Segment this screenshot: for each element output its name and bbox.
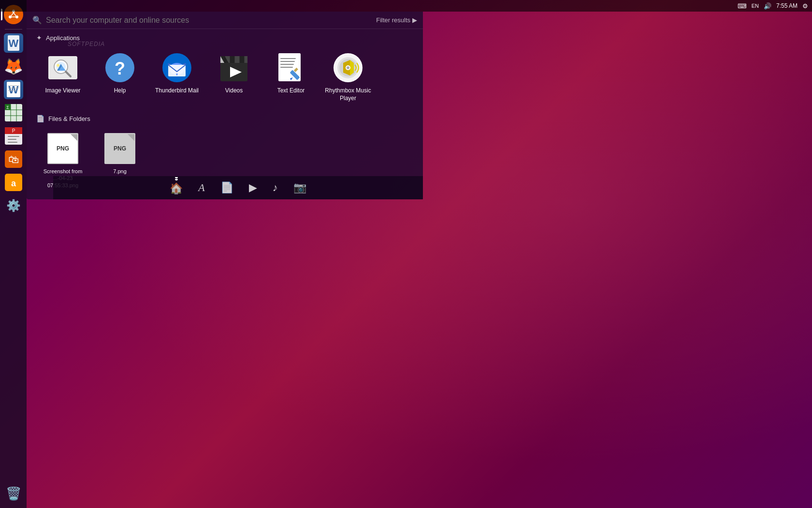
svg-text:W: W xyxy=(8,37,18,49)
bottom-bar-files[interactable]: 📄 xyxy=(220,181,233,194)
app-rhythmbox-label: Rhythmbox Music Player xyxy=(323,87,373,102)
launcher-item-trash[interactable]: 🗑️ xyxy=(3,483,24,504)
keyboard-icon[interactable]: ⌨ xyxy=(738,2,747,10)
launcher-item-system-settings[interactable]: ⚙️ xyxy=(3,195,24,216)
applications-grid: Image Viewer ? Help xyxy=(36,48,413,106)
music-icon: ♪ xyxy=(273,181,278,194)
app-thunderbird-icon xyxy=(161,52,192,83)
bottom-bar-photos[interactable]: 📷 xyxy=(293,181,306,194)
app-text-editor-icon xyxy=(276,52,306,83)
home-icon: 🏠 xyxy=(170,182,183,195)
svg-text:Σ: Σ xyxy=(6,105,9,110)
app-videos[interactable]: Videos xyxy=(207,48,261,106)
app-text-editor-label: Text Editor xyxy=(277,87,305,95)
photos-icon: 📷 xyxy=(293,181,306,194)
files-folders-section-label: Files & Folders xyxy=(48,115,90,122)
app-rhythmbox-icon xyxy=(333,52,363,83)
bottom-bar-apps[interactable]: A xyxy=(198,181,204,194)
applications-section-label: Applications xyxy=(46,34,80,42)
search-icon: 🔍 xyxy=(32,15,42,25)
launcher-sidebar: W 🦊 W xyxy=(0,0,27,508)
app-help-label: Help xyxy=(114,87,126,95)
apps-icon: A xyxy=(198,181,204,194)
bottom-bar-home[interactable]: 🏠 xyxy=(170,181,183,195)
svg-text:a: a xyxy=(11,179,16,188)
search-bar: 🔍 Filter results ▶ xyxy=(27,12,423,29)
app-videos-label: Videos xyxy=(225,87,243,95)
svg-point-40 xyxy=(57,64,59,67)
svg-rect-54 xyxy=(245,56,247,63)
svg-rect-53 xyxy=(240,56,244,63)
bottom-bar-video[interactable]: ▶ xyxy=(249,181,257,194)
launcher-item-firefox[interactable]: 🦊 xyxy=(3,56,24,77)
app-image-viewer[interactable]: Image Viewer xyxy=(36,48,89,106)
svg-rect-28 xyxy=(8,139,16,140)
bottom-bar-music[interactable]: ♪ xyxy=(273,181,278,194)
files-section-icon: 📄 xyxy=(36,115,44,122)
applications-section-icon: ✦ xyxy=(36,34,42,42)
launcher-item-calc[interactable]: Σ xyxy=(3,102,24,123)
file-7png-icon: PNG xyxy=(104,133,135,164)
time-display: 7:55 AM xyxy=(776,2,798,9)
filter-results-button[interactable]: Filter results ▶ xyxy=(376,16,417,24)
svg-text:P: P xyxy=(12,128,15,134)
app-help-icon: ? xyxy=(104,52,135,83)
svg-rect-58 xyxy=(280,58,296,59)
volume-icon[interactable]: 🔊 xyxy=(764,2,771,10)
settings-icon[interactable]: ⚙ xyxy=(802,2,808,10)
files-icon: 📄 xyxy=(220,181,233,194)
app-image-viewer-label: Image Viewer xyxy=(45,87,80,95)
applications-section: ✦ Applications xyxy=(27,29,423,113)
video-icon: ▶ xyxy=(249,181,257,194)
svg-rect-29 xyxy=(8,142,17,143)
filter-results-label: Filter results xyxy=(376,16,410,24)
dash-bottom-bar: 🏠 A 📄 ▶ ♪ 📷 xyxy=(53,176,423,199)
launcher-item-software-center[interactable]: 🛍 xyxy=(3,149,24,170)
launcher-item-impress[interactable]: P xyxy=(3,125,24,147)
applications-section-header: ✦ Applications xyxy=(36,34,413,42)
launcher-item-writer[interactable]: W xyxy=(3,32,24,54)
svg-point-70 xyxy=(347,66,349,69)
top-panel: ⌨ EN 🔊 7:55 AM ⚙ xyxy=(0,0,812,12)
lang-indicator[interactable]: EN xyxy=(752,3,759,9)
svg-rect-60 xyxy=(280,64,294,65)
app-help[interactable]: ? Help xyxy=(93,48,146,106)
dash-overlay: 🔍 Filter results ▶ SOFTPEDIA ✦ Applicati… xyxy=(27,12,423,199)
svg-rect-52 xyxy=(235,56,239,63)
app-text-editor[interactable]: Text Editor xyxy=(264,48,318,106)
file-7png-label: 7.png xyxy=(113,168,127,175)
app-videos-icon xyxy=(218,52,249,83)
launcher-divider-1 xyxy=(5,29,22,30)
search-input[interactable] xyxy=(46,16,372,25)
files-folders-section-header: 📄 Files & Folders xyxy=(36,115,413,122)
svg-rect-51 xyxy=(230,56,234,63)
svg-text:?: ? xyxy=(115,59,125,78)
app-thunderbird-label: Thunderbird Mail xyxy=(155,87,199,95)
svg-text:🛍: 🛍 xyxy=(8,153,19,165)
file-screenshot-icon: PNG xyxy=(47,133,78,164)
top-panel-right: ⌨ EN 🔊 7:55 AM ⚙ xyxy=(738,2,808,10)
launcher-item-writer2[interactable]: W xyxy=(3,79,24,100)
filter-results-arrow: ▶ xyxy=(412,16,417,24)
launcher-item-amazon[interactable]: a xyxy=(3,172,24,193)
svg-rect-61 xyxy=(280,67,293,68)
svg-rect-59 xyxy=(280,61,295,62)
app-thunderbird[interactable]: Thunderbird Mail xyxy=(150,48,203,106)
app-image-viewer-icon xyxy=(47,52,78,83)
svg-rect-27 xyxy=(8,136,19,137)
app-rhythmbox[interactable]: Rhythmbox Music Player xyxy=(321,48,375,106)
